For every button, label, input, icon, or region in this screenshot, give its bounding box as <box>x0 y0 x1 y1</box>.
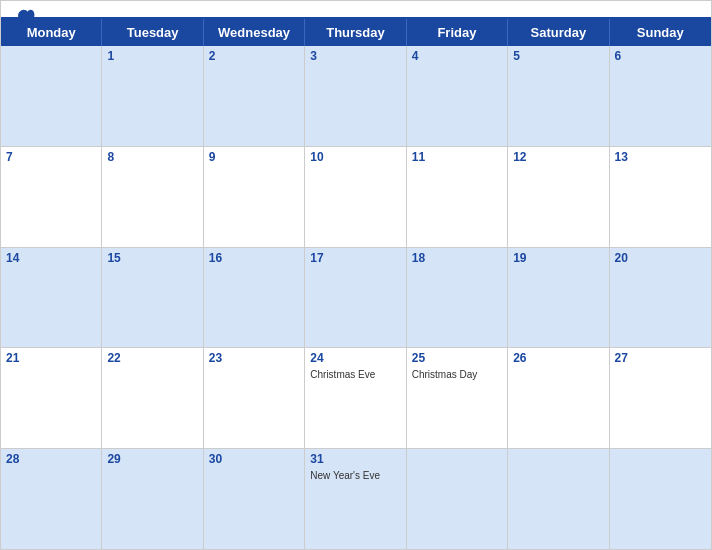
day-number: 15 <box>107 251 197 267</box>
day-cell: 7 <box>1 147 102 247</box>
day-cell: 26 <box>508 348 609 448</box>
day-number: 25 <box>412 351 502 367</box>
day-cell <box>1 46 102 146</box>
day-number: 14 <box>6 251 96 267</box>
day-number: 26 <box>513 351 603 367</box>
day-cell: 19 <box>508 248 609 348</box>
week-row-4: 28293031New Year's Eve <box>1 449 711 549</box>
day-number: 23 <box>209 351 299 367</box>
day-number: 27 <box>615 351 706 367</box>
day-cell: 18 <box>407 248 508 348</box>
day-cell: 12 <box>508 147 609 247</box>
day-cell: 23 <box>204 348 305 448</box>
day-header-tuesday: Tuesday <box>102 19 203 46</box>
day-cell: 29 <box>102 449 203 549</box>
week-row-3: 21222324Christmas Eve25Christmas Day2627 <box>1 348 711 449</box>
day-number: 6 <box>615 49 706 65</box>
day-headers-row: MondayTuesdayWednesdayThursdayFridaySatu… <box>1 19 711 46</box>
day-number: 10 <box>310 150 400 166</box>
event-label: Christmas Day <box>412 369 502 381</box>
day-cell: 10 <box>305 147 406 247</box>
day-cell: 13 <box>610 147 711 247</box>
event-label: Christmas Eve <box>310 369 400 381</box>
day-cell: 1 <box>102 46 203 146</box>
day-cell <box>610 449 711 549</box>
day-cell: 31New Year's Eve <box>305 449 406 549</box>
day-number: 17 <box>310 251 400 267</box>
day-number: 3 <box>310 49 400 65</box>
day-header-wednesday: Wednesday <box>204 19 305 46</box>
day-number: 7 <box>6 150 96 166</box>
day-cell: 30 <box>204 449 305 549</box>
day-header-sunday: Sunday <box>610 19 711 46</box>
day-number: 30 <box>209 452 299 468</box>
week-row-0: 123456 <box>1 46 711 147</box>
day-cell: 14 <box>1 248 102 348</box>
day-cell: 16 <box>204 248 305 348</box>
day-header-thursday: Thursday <box>305 19 406 46</box>
day-cell: 8 <box>102 147 203 247</box>
day-cell: 2 <box>204 46 305 146</box>
day-header-saturday: Saturday <box>508 19 609 46</box>
day-number: 11 <box>412 150 502 166</box>
day-cell <box>407 449 508 549</box>
day-number: 20 <box>615 251 706 267</box>
day-cell: 4 <box>407 46 508 146</box>
day-cell: 11 <box>407 147 508 247</box>
day-cell: 20 <box>610 248 711 348</box>
day-cell: 9 <box>204 147 305 247</box>
day-number: 18 <box>412 251 502 267</box>
calendar-container: MondayTuesdayWednesdayThursdayFridaySatu… <box>0 0 712 550</box>
day-number: 29 <box>107 452 197 468</box>
logo-blue-text <box>17 9 37 23</box>
day-cell: 25Christmas Day <box>407 348 508 448</box>
day-number: 4 <box>412 49 502 65</box>
day-cell: 15 <box>102 248 203 348</box>
day-cell: 24Christmas Eve <box>305 348 406 448</box>
day-number: 2 <box>209 49 299 65</box>
day-number: 19 <box>513 251 603 267</box>
day-number: 13 <box>615 150 706 166</box>
day-number: 31 <box>310 452 400 468</box>
day-cell: 5 <box>508 46 609 146</box>
weeks-container: 123456789101112131415161718192021222324C… <box>1 46 711 549</box>
day-cell: 22 <box>102 348 203 448</box>
day-cell: 6 <box>610 46 711 146</box>
day-number: 21 <box>6 351 96 367</box>
day-number: 5 <box>513 49 603 65</box>
day-number: 9 <box>209 150 299 166</box>
day-number: 12 <box>513 150 603 166</box>
day-header-monday: Monday <box>1 19 102 46</box>
day-number: 28 <box>6 452 96 468</box>
logo-area <box>17 9 37 23</box>
day-number: 8 <box>107 150 197 166</box>
day-cell <box>508 449 609 549</box>
event-label: New Year's Eve <box>310 470 400 482</box>
calendar-header <box>1 1 711 17</box>
day-cell: 17 <box>305 248 406 348</box>
day-cell: 27 <box>610 348 711 448</box>
calendar-grid: MondayTuesdayWednesdayThursdayFridaySatu… <box>1 17 711 549</box>
day-number: 16 <box>209 251 299 267</box>
day-number: 24 <box>310 351 400 367</box>
day-cell: 21 <box>1 348 102 448</box>
day-header-friday: Friday <box>407 19 508 46</box>
week-row-2: 14151617181920 <box>1 248 711 349</box>
day-number: 22 <box>107 351 197 367</box>
logo-bird-icon <box>17 9 35 23</box>
day-cell: 3 <box>305 46 406 146</box>
day-number: 1 <box>107 49 197 65</box>
day-cell: 28 <box>1 449 102 549</box>
week-row-1: 78910111213 <box>1 147 711 248</box>
